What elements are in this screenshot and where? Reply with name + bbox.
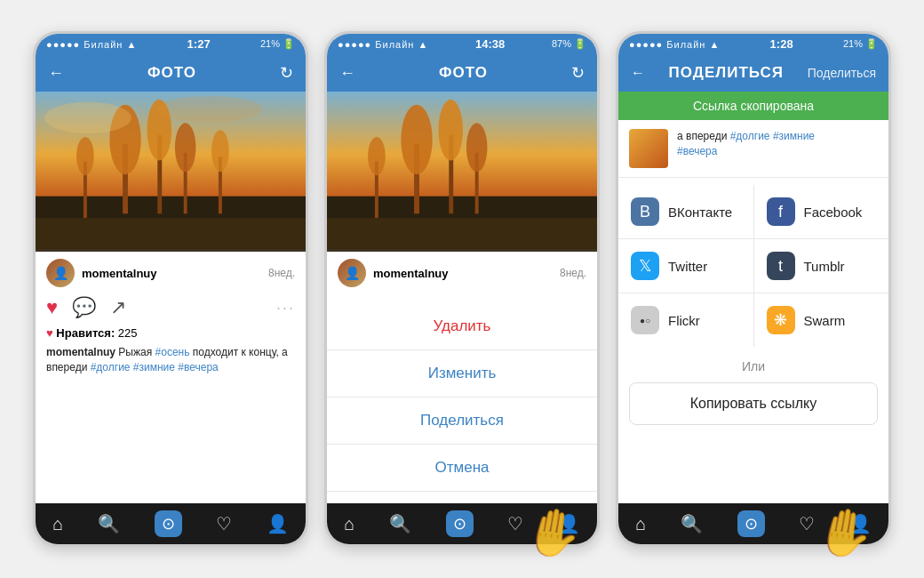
edit-button[interactable]: Изменить [327, 350, 597, 397]
profile-icon-2[interactable]: 👤 [558, 513, 580, 534]
time-2: 14:38 [475, 37, 505, 51]
username-2: momentalnuy [373, 267, 449, 280]
share-swarm[interactable]: ❋ Swarm [754, 293, 889, 347]
search-icon-2[interactable]: 🔍 [389, 513, 411, 534]
svg-rect-12 [36, 218, 306, 248]
username-1: momentalnuy [82, 267, 157, 280]
profile-icon-1[interactable]: 👤 [267, 513, 289, 534]
svg-point-20 [439, 100, 463, 161]
home-icon-2[interactable]: ⌂ [344, 514, 354, 534]
battery-1: 21% 🔋 [260, 38, 295, 50]
caption-user-1: momentalnuy [46, 346, 118, 358]
carrier-2: ●●●●● Билайн ▲ [338, 39, 428, 50]
facebook-icon: f [767, 197, 795, 226]
share-thumb [629, 129, 668, 168]
twitter-label: Twitter [668, 259, 707, 274]
cancel-button[interactable]: Отмена [327, 445, 597, 492]
share-link-btn-3[interactable]: Поделиться [808, 66, 876, 80]
phone3-wrapper: ●●●●● Билайн ▲ 1:28 21% 🔋 ← ПОДЕЛИТЬСЯ П… [616, 31, 891, 547]
or-divider: Или [618, 354, 888, 379]
nav-bar-2: ← ФОТО ↻ [327, 54, 597, 92]
tag-autumn: #осень [155, 346, 193, 358]
svg-rect-25 [327, 218, 597, 248]
bottom-nav-2: ⌂ 🔍 ⊙ ♡ 👤 [327, 503, 597, 544]
status-bar-3: ●●●●● Билайн ▲ 1:28 21% 🔋 [618, 34, 888, 54]
search-icon-1[interactable]: 🔍 [98, 513, 120, 534]
heart-nav-icon-2[interactable]: ♡ [507, 513, 523, 534]
camera-icon-1[interactable]: ⊙ [155, 510, 182, 537]
camera-icon-3[interactable]: ⊙ [737, 510, 765, 537]
phone1-wrapper: ●●●●● Билайн ▲ 1:27 21% 🔋 ← ФОТО ↻ [33, 31, 308, 547]
nav-title-2: ФОТО [439, 64, 488, 82]
back-icon-1[interactable]: ← [48, 64, 64, 83]
phone2-wrapper: ●●●●● Билайн ▲ 14:38 87% 🔋 ← ФОТО ↻ [324, 31, 600, 547]
back-icon-2[interactable]: ← [339, 64, 355, 83]
avatar-2: 👤 [338, 259, 366, 287]
bottom-nav-1: ⌂ 🔍 ⊙ ♡ 👤 [36, 503, 306, 544]
search-icon-3[interactable]: 🔍 [681, 513, 703, 534]
tumblr-icon: t [767, 252, 795, 280]
likes-count-1: 225 [118, 326, 138, 340]
likes-row-1: ♥ Нравится: 225 [36, 325, 306, 343]
vk-icon: В [631, 197, 659, 226]
photo-area-1 [36, 92, 306, 252]
svg-point-11 [211, 130, 229, 172]
tag-winter-3: #зимние [773, 130, 815, 142]
heart-nav-icon-3[interactable]: ♡ [799, 513, 815, 534]
tag-evenings-3: #вечера [677, 145, 717, 157]
camera-icon-2[interactable]: ⊙ [446, 510, 474, 537]
heart-small-1: ♥ [46, 326, 56, 340]
svg-point-14 [157, 96, 262, 122]
comment-icon-1[interactable]: 💬 [72, 296, 96, 319]
home-icon-1[interactable]: ⌂ [52, 514, 63, 534]
bottom-nav-3: ⌂ 🔍 ⊙ ♡ 👤 [618, 503, 888, 544]
refresh-icon-1[interactable]: ↻ [280, 63, 293, 83]
share-preview: а впереди #долгие #зимние #вечера [618, 120, 888, 178]
share-flickr[interactable]: ●○ Flickr [618, 293, 753, 347]
caption-1: momentalnuy Рыжая #осень подходит к конц… [36, 343, 306, 382]
battery-2: 87% 🔋 [552, 38, 586, 50]
profile-icon-3[interactable]: 👤 [849, 513, 872, 534]
nav-bar-1: ← ФОТО ↻ [36, 54, 306, 92]
back-icon-3[interactable]: ← [631, 65, 645, 81]
twitter-icon: 𝕏 [631, 252, 659, 280]
carrier-1: ●●●●● Билайн ▲ [46, 39, 137, 50]
share-twitter[interactable]: 𝕏 Twitter [618, 239, 753, 293]
like-icon-1[interactable]: ♥ [46, 296, 58, 319]
timestamp-2: 8нед. [560, 267, 586, 279]
phone2: ●●●●● Билайн ▲ 14:38 87% 🔋 ← ФОТО ↻ [324, 31, 600, 547]
copy-link-button[interactable]: Копировать ссылку [629, 382, 878, 425]
home-icon-3[interactable]: ⌂ [635, 514, 646, 534]
flickr-icon: ●○ [631, 306, 659, 334]
carrier-3: ●●●●● Билайн ▲ [629, 39, 720, 50]
post-meta-2: 👤 momentalnuy 8нед. [327, 252, 597, 291]
swarm-icon: ❋ [767, 306, 795, 334]
action-row-1: ♥ 💬 ↗ ··· [36, 291, 306, 325]
svg-point-22 [466, 123, 488, 172]
tag-long-3: #долгие [730, 130, 773, 142]
menu-sheet-2: Удалить Изменить Поделиться Отмена [327, 291, 597, 503]
tag-winter: #зимние [133, 361, 178, 373]
battery-3: 21% 🔋 [843, 38, 878, 50]
nav-title-1: ФОТО [147, 64, 196, 82]
share-tumblr[interactable]: t Tumblr [754, 239, 889, 293]
tag-long: #долгие [91, 361, 133, 373]
refresh-icon-2[interactable]: ↻ [571, 63, 585, 83]
link-copied-banner: Ссылка скопирована [618, 92, 888, 120]
time-1: 1:27 [187, 37, 211, 51]
likes-label-1: Нравится: [56, 326, 118, 340]
share-icon-1[interactable]: ↗ [110, 296, 126, 319]
svg-point-13 [44, 102, 131, 133]
facebook-label: Facebook [804, 205, 863, 220]
share-facebook[interactable]: f Facebook [754, 185, 889, 238]
flickr-label: Flickr [668, 313, 700, 328]
heart-nav-icon-1[interactable]: ♡ [216, 513, 232, 534]
photo-area-2 [327, 92, 597, 252]
caption-text-1: Рыжая [118, 346, 155, 358]
more-icon-1[interactable]: ··· [276, 299, 295, 317]
share-vk[interactable]: В ВКонтакте [618, 185, 753, 238]
share-button[interactable]: Поделиться [327, 397, 597, 445]
svg-point-9 [76, 137, 94, 175]
delete-button[interactable]: Удалить [327, 303, 597, 350]
share-grid: В ВКонтакте f Facebook 𝕏 Twitter t Tumbl… [618, 185, 888, 347]
